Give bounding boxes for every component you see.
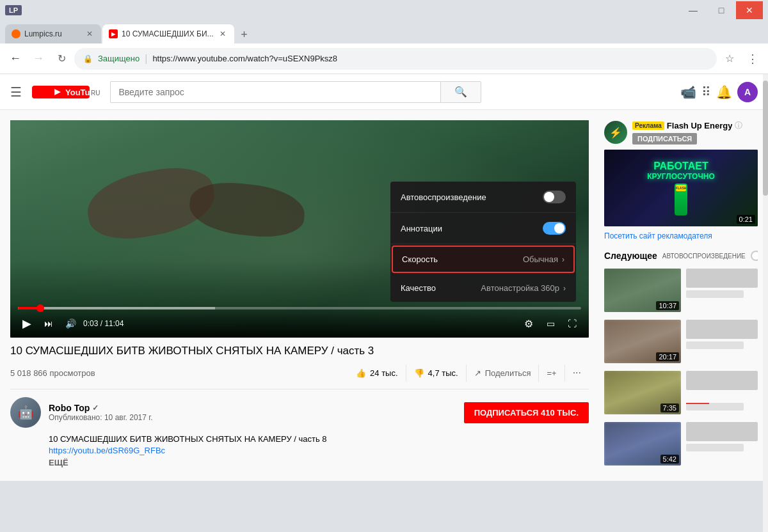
ad-info-icon[interactable]: ⓘ: [735, 120, 742, 131]
play-pause-button[interactable]: ▶: [18, 315, 36, 332]
channel-avatar[interactable]: 🤖: [10, 397, 41, 428]
secure-label: Защищено: [98, 54, 140, 63]
video-info-3: [686, 371, 758, 414]
video-title-4: [686, 422, 758, 441]
like-button[interactable]: 👍 24 тыс.: [348, 364, 406, 382]
maximize-button[interactable]: □: [708, 1, 735, 19]
settings-autoplay-item[interactable]: Автовоспроизведение: [390, 182, 576, 213]
quality-arrow-icon: ›: [563, 284, 566, 293]
ad-thumbnail[interactable]: РАБОТАЕТ КРУГЛОСУТОЧНО FLASH 0:21: [604, 150, 758, 226]
desc-link[interactable]: https://youtu.be/dSR69G_RFBc: [49, 446, 589, 455]
video-thumbnail-4: 5:42: [604, 422, 681, 465]
youtube-page: ☰ YouTube RU 🔍 📹 ⠿ 🔔 А: [0, 74, 768, 481]
next-label: Следующее: [604, 251, 657, 261]
bookmark-button[interactable]: ☆: [719, 49, 740, 69]
channel-row: 🤖 Robo Top ✓ Опубликовано: 10 авг. 2017 …: [10, 397, 589, 428]
settings-quality-item[interactable]: Качество Автонастройка 360р ›: [390, 274, 576, 302]
ad-subscribe-button[interactable]: ПОДПИСАТЬСЯ: [632, 133, 697, 145]
video-channel-1: [686, 290, 744, 298]
user-avatar[interactable]: А: [737, 82, 758, 102]
close-button[interactable]: ✕: [736, 1, 763, 19]
autoplay-toggle[interactable]: [543, 191, 566, 203]
video-title-2: [686, 320, 758, 339]
video-camera-button[interactable]: 📹: [680, 84, 696, 100]
back-button[interactable]: ←: [5, 49, 26, 69]
ad-visit-link[interactable]: Посетить сайт рекламодателя: [604, 231, 758, 240]
video-duration-2: 20:17: [656, 352, 679, 361]
url-text: https://www.youtube.com/watch?v=uSEXN9Pk…: [152, 54, 708, 63]
video-actions: 👍 24 тыс. 👎 4,7 тыс. ↗ Поделиться =+: [348, 363, 589, 382]
settings-button[interactable]: ⚙: [520, 315, 538, 332]
ad-duration-badge: 0:21: [737, 215, 755, 224]
autoplay-toggle[interactable]: [751, 251, 758, 261]
url-bar[interactable]: 🔒 Защищено | https://www.youtube.com/wat…: [74, 48, 717, 70]
title-bar: LP — □ ✕: [0, 0, 768, 20]
annotations-toggle[interactable]: [543, 222, 566, 235]
address-bar: ← → ↻ 🔒 Защищено | https://www.youtube.c…: [0, 43, 768, 74]
video-player: Автовоспроизведение Аннотации: [10, 120, 589, 338]
menu-button[interactable]: ⋮: [742, 49, 763, 69]
lock-icon: 🔒: [83, 54, 93, 63]
settings-speed-item[interactable]: Скорость Обычная ›: [392, 246, 575, 273]
tab-title-lumpics: Lumpics.ru: [24, 29, 81, 38]
ad-channel-info: Реклама Flash Up Energy ⓘ ПОДПИСАТЬСЯ: [632, 120, 758, 145]
forward-button[interactable]: →: [28, 49, 49, 69]
annotations-label: Аннотации: [401, 224, 543, 233]
video-info-4: [686, 422, 758, 465]
views-count: 5 018 866 просмотров: [10, 368, 95, 378]
video-title-3: [686, 371, 758, 390]
video-channel-3: [686, 403, 744, 411]
tab-close-lumpics[interactable]: ✕: [84, 29, 95, 39]
subscribe-button[interactable]: ПОДПИСАТЬСЯ 410 ТЫС.: [464, 402, 589, 423]
video-title: 10 СУМАСШЕДШИХ БИТВ ЖИВОТНЫХ СНЯТЫХ НА К…: [10, 344, 589, 358]
video-list-item[interactable]: 7:35: [604, 371, 758, 414]
channel-info: Robo Top ✓ Опубликовано: 10 авг. 2017 г.: [49, 403, 456, 422]
video-list-item[interactable]: 10:37: [604, 269, 758, 312]
video-meta-row: 5 018 866 просмотров 👍 24 тыс. 👎 4,7 тыс…: [10, 363, 589, 389]
tab-lumpics[interactable]: Lumpics.ru ✕: [5, 24, 101, 43]
youtube-country-label: RU: [91, 90, 100, 97]
tab-youtube[interactable]: ▶ 10 СУМАСШЕДШИХ БИ... ✕: [102, 24, 234, 43]
ad-header: ⚡ Реклама Flash Up Energy ⓘ ПОДПИСАТЬСЯ: [604, 120, 758, 145]
more-button[interactable]: ···: [565, 363, 589, 382]
youtube-logo-svg: YouTube: [32, 86, 90, 98]
video-list-item[interactable]: 20:17: [604, 320, 758, 363]
video-channel-4: [686, 444, 744, 451]
player-settings-menu: Автовоспроизведение Аннотации: [390, 182, 576, 302]
video-list-item[interactable]: 5:42: [604, 422, 758, 465]
refresh-button[interactable]: ↻: [51, 49, 72, 69]
video-title-1: [686, 269, 758, 288]
tab-close-youtube[interactable]: ✕: [218, 29, 228, 39]
scrollbar-thumb[interactable]: [763, 81, 768, 196]
browser-window: LP — □ ✕ Lumpics.ru ✕ ▶ 10 СУМАСШЕДШИХ Б…: [0, 0, 768, 532]
like-count: 24 тыс.: [370, 368, 397, 378]
video-thumbnail-2: 20:17: [604, 320, 681, 363]
apps-grid-button[interactable]: ⠿: [701, 84, 711, 100]
progress-bar[interactable]: [18, 307, 581, 309]
fullscreen-button[interactable]: ⛶: [563, 315, 581, 332]
search-button[interactable]: 🔍: [440, 81, 481, 103]
new-tab-button[interactable]: +: [236, 26, 253, 43]
search-input[interactable]: [110, 81, 440, 103]
hamburger-menu-button[interactable]: ☰: [10, 84, 22, 100]
share-button[interactable]: ↗ Поделиться: [467, 364, 540, 382]
next-button[interactable]: ⏭: [40, 315, 58, 332]
notifications-button[interactable]: 🔔: [716, 84, 732, 100]
header-actions: 📹 ⠿ 🔔 А: [680, 82, 758, 102]
ad-card: ⚡ Реклама Flash Up Energy ⓘ ПОДПИСАТЬСЯ: [604, 120, 758, 240]
minimize-button[interactable]: —: [680, 1, 707, 19]
settings-annotations-item[interactable]: Аннотации: [390, 213, 576, 244]
tab-favicon-lumpics: [12, 29, 20, 38]
add-icon: =+: [547, 368, 556, 378]
theater-mode-button[interactable]: ▭: [541, 315, 559, 332]
dislike-button[interactable]: 👎 4,7 тыс.: [406, 364, 467, 382]
add-to-list-button[interactable]: =+: [539, 364, 564, 382]
video-info-1: [686, 269, 758, 312]
volume-button[interactable]: 🔊: [61, 315, 79, 332]
quality-label: Качество: [401, 283, 481, 293]
channel-name[interactable]: Robo Top ✓: [49, 403, 456, 413]
desc-more-button[interactable]: ЕЩЁ: [49, 458, 589, 467]
youtube-logo[interactable]: YouTube RU: [32, 86, 100, 98]
ad-channel-avatar[interactable]: ⚡: [604, 121, 627, 144]
video-description: 10 СУМАСШЕДШИХ БИТВ ЖИВОТНЫХ СНЯТЫХ НА К…: [10, 433, 589, 467]
